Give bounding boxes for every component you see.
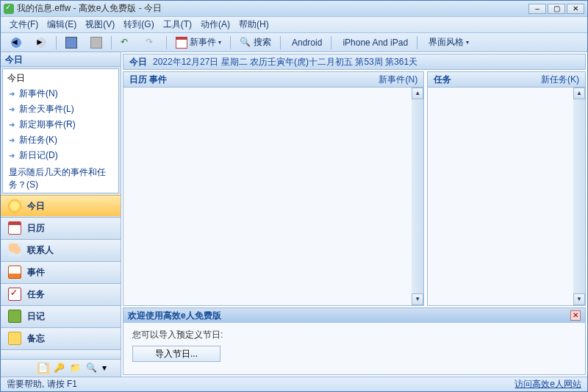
status-bar: 需要帮助, 请按 F1 访问高效e人网站 bbox=[1, 377, 587, 391]
note-icon[interactable]: 📄 bbox=[37, 363, 49, 374]
new-event-link[interactable]: 新事件(N) bbox=[379, 74, 417, 86]
tasks-body: ▲ ▼ bbox=[427, 88, 586, 306]
nav-today[interactable]: 今日 bbox=[1, 195, 121, 217]
scroll-down-icon[interactable]: ▼ bbox=[573, 293, 585, 305]
welcome-header: 欢迎使用高效e人免费版 ✕ bbox=[123, 308, 585, 323]
sidebar-header: 今日 bbox=[1, 52, 121, 67]
redo-button[interactable]: ↷ bbox=[140, 35, 162, 50]
menu-view[interactable]: 视图(V) bbox=[81, 17, 119, 32]
sun-icon bbox=[8, 199, 21, 213]
toolbar: ◄ ► ↶ ↷ 新事件 🔍搜索 Android iPhone And iPad … bbox=[1, 33, 587, 52]
tasks-header: 任务 新任务(K) bbox=[427, 71, 586, 88]
scroll-down-icon[interactable]: ▼ bbox=[412, 293, 423, 305]
new-event-button[interactable]: 新事件 bbox=[171, 35, 226, 50]
task-icon bbox=[8, 288, 21, 301]
skin-button[interactable]: 界面风格 bbox=[421, 35, 474, 50]
scrollbar[interactable]: ▲ ▼ bbox=[412, 88, 423, 305]
scroll-up-icon[interactable]: ▲ bbox=[573, 88, 585, 99]
scroll-up-icon[interactable]: ▲ bbox=[412, 88, 423, 99]
welcome-text: 您可以导入预定义节日: bbox=[132, 329, 576, 341]
search-button[interactable]: 🔍搜索 bbox=[234, 35, 276, 50]
link-new-task[interactable]: 新任务(K) bbox=[4, 132, 117, 148]
maximize-button[interactable]: ▢ bbox=[548, 4, 565, 14]
status-website-link[interactable]: 访问高效e人网站 bbox=[514, 378, 581, 391]
save-button[interactable] bbox=[60, 35, 82, 50]
today-label: 今日 bbox=[129, 56, 147, 68]
undo-button[interactable]: ↶ bbox=[115, 35, 137, 50]
nav-forward-button[interactable]: ► bbox=[30, 35, 52, 50]
menu-bar: 文件(F) 编辑(E) 视图(V) 转到(G) 工具(T) 动作(A) 帮助(H… bbox=[1, 17, 587, 33]
status-help-text: 需要帮助, 请按 F1 bbox=[7, 378, 77, 391]
link-new-diary[interactable]: 新日记(D) bbox=[4, 148, 117, 163]
show-days-label: 显示随后几天的事件和任务？(S) bbox=[4, 163, 117, 193]
nav-tasks[interactable]: 任务 bbox=[1, 283, 121, 305]
memo-icon bbox=[8, 332, 21, 345]
panel-title: 今日 bbox=[4, 71, 117, 86]
nav-memo[interactable]: 备忘 bbox=[1, 327, 121, 349]
sidebar-bottom-icons: 📄 🔑 📁 🔍 ▾ bbox=[1, 359, 121, 377]
nav-diary[interactable]: 日记 bbox=[1, 305, 121, 327]
calendar-header-left: 日历 事件 bbox=[129, 74, 167, 86]
folder-icon[interactable]: 📁 bbox=[70, 363, 82, 374]
calendar-new-icon bbox=[176, 37, 187, 49]
date-text: 2022年12月27日 星期二 农历壬寅年(虎)十二月初五 第53周 第361天 bbox=[153, 56, 417, 68]
import-holidays-button[interactable]: 导入节日... bbox=[132, 346, 220, 362]
nav-events[interactable]: 事件 bbox=[1, 261, 121, 283]
nav-contacts[interactable]: 联系人 bbox=[1, 239, 121, 261]
welcome-panel: 欢迎使用高效e人免费版 ✕ 您可以导入预定义节日: 导入节日... bbox=[123, 307, 586, 375]
close-button[interactable]: ✕ bbox=[567, 4, 584, 14]
sidebar: 今日 今日 新事件(N) 新全天事件(L) 新定期事件(R) 新任务(K) 新日… bbox=[1, 52, 121, 377]
minimize-button[interactable]: – bbox=[528, 4, 546, 14]
menu-goto[interactable]: 转到(G) bbox=[119, 17, 158, 32]
print-button[interactable] bbox=[85, 35, 107, 50]
new-task-link[interactable]: 新任务(K) bbox=[541, 74, 579, 86]
calendar-icon bbox=[8, 221, 21, 235]
search-mini-icon[interactable]: 🔍 bbox=[86, 363, 98, 374]
link-new-event[interactable]: 新事件(N) bbox=[4, 86, 117, 101]
welcome-close-button[interactable]: ✕ bbox=[570, 310, 581, 321]
people-icon bbox=[8, 243, 21, 257]
search-icon: 🔍 bbox=[240, 37, 251, 49]
undo-icon: ↶ bbox=[121, 37, 132, 49]
main-area: 今日 2022年12月27日 星期二 农历壬寅年(虎)十二月初五 第53周 第3… bbox=[121, 52, 587, 377]
diary-icon bbox=[8, 310, 21, 323]
sidebar-panel: 今日 新事件(N) 新全天事件(L) 新定期事件(R) 新任务(K) 新日记(D… bbox=[2, 68, 119, 193]
chevron-down-icon[interactable]: ▾ bbox=[102, 363, 114, 374]
menu-file[interactable]: 文件(F) bbox=[5, 17, 43, 32]
link-new-allday[interactable]: 新全天事件(L) bbox=[4, 101, 117, 117]
link-new-recur[interactable]: 新定期事件(R) bbox=[4, 117, 117, 132]
tasks-header-left: 任务 bbox=[434, 74, 451, 86]
iphone-button[interactable]: iPhone And iPad bbox=[335, 35, 413, 50]
arrow-right-icon: ► bbox=[35, 37, 47, 49]
date-bar: 今日 2022年12月27日 星期二 农历壬寅年(虎)十二月初五 第53周 第3… bbox=[123, 54, 586, 70]
title-bar: 我的信息.effw - 高效e人免费版 - 今日 – ▢ ✕ bbox=[1, 1, 587, 17]
key-icon[interactable]: 🔑 bbox=[54, 363, 65, 374]
nav-back-button[interactable]: ◄ bbox=[5, 35, 27, 50]
menu-actions[interactable]: 动作(A) bbox=[196, 17, 234, 32]
window-title: 我的信息.effw - 高效e人免费版 - 今日 bbox=[17, 2, 162, 15]
scrollbar-tasks[interactable]: ▲ ▼ bbox=[573, 88, 585, 305]
redo-icon: ↷ bbox=[146, 37, 157, 49]
disk-icon bbox=[65, 37, 77, 49]
app-icon bbox=[4, 4, 14, 14]
arrow-left-icon: ◄ bbox=[10, 37, 22, 49]
welcome-title: 欢迎使用高效e人免费版 bbox=[128, 310, 221, 322]
tasks-column: 任务 新任务(K) ▲ ▼ bbox=[427, 71, 586, 306]
menu-tools[interactable]: 工具(T) bbox=[159, 17, 196, 32]
menu-edit[interactable]: 编辑(E) bbox=[43, 17, 81, 32]
calendar-column: 日历 事件 新事件(N) ▲ ▼ bbox=[123, 71, 424, 306]
menu-help[interactable]: 帮助(H) bbox=[234, 17, 273, 32]
android-button[interactable]: Android bbox=[284, 35, 327, 50]
calendar-header: 日历 事件 新事件(N) bbox=[123, 71, 424, 88]
event-icon bbox=[8, 266, 21, 279]
printer-icon bbox=[90, 37, 102, 49]
nav-calendar[interactable]: 日历 bbox=[1, 217, 121, 239]
calendar-body: ▲ ▼ bbox=[123, 88, 424, 306]
